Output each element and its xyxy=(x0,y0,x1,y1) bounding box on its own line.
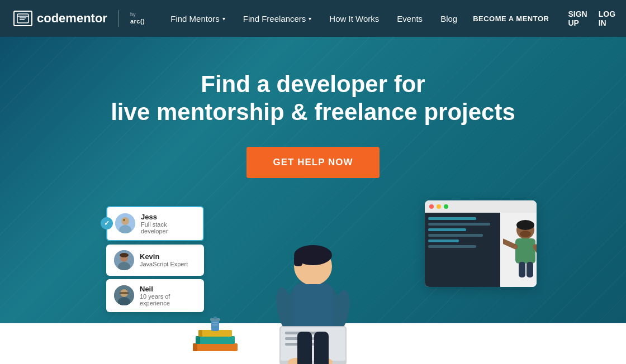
nav-find-freelancers-label: Find Freelancers xyxy=(243,14,306,23)
svg-point-36 xyxy=(516,220,534,230)
nav-find-freelancers[interactable]: Find Freelancers ▾ xyxy=(235,9,320,28)
svg-rect-0 xyxy=(17,14,29,23)
svg-point-5 xyxy=(121,217,129,225)
editor-topbar xyxy=(425,200,537,213)
nav-blog[interactable]: Blog xyxy=(433,9,465,28)
svg-rect-19 xyxy=(294,255,302,266)
become-mentor-button[interactable]: BECOME A MENTOR xyxy=(465,10,557,27)
signup-button[interactable]: SIGN UP xyxy=(568,9,587,27)
logo-svg xyxy=(17,13,29,23)
logo-text: codementor xyxy=(37,11,107,26)
code-line-6 xyxy=(428,245,476,248)
logo-icon xyxy=(13,11,32,26)
jess-role: Full stack developer xyxy=(141,221,195,234)
nav-events[interactable]: Events xyxy=(389,9,430,28)
svg-rect-45 xyxy=(196,336,235,344)
code-line-1 xyxy=(428,217,476,220)
login-button[interactable]: LOG IN xyxy=(599,9,615,27)
jess-avatar-svg xyxy=(115,213,135,233)
nav-how-it-works-label: How It Works xyxy=(329,14,379,23)
neil-role: 10 years of experience xyxy=(140,293,196,306)
logo-divider xyxy=(118,10,119,27)
svg-point-7 xyxy=(123,219,125,221)
code-line-2 xyxy=(428,223,490,226)
editor-right-panel xyxy=(500,213,537,287)
chevron-down-icon: ▾ xyxy=(222,16,225,22)
arc-by: by xyxy=(130,12,145,18)
hero-illustration: Jess Full stack developer Kevin JavaSc xyxy=(0,200,626,364)
kevin-role: JavaScript Expert xyxy=(140,261,196,267)
svg-rect-48 xyxy=(198,330,202,337)
expand-dot xyxy=(444,204,448,209)
nav-events-label: Events xyxy=(397,14,423,23)
neil-info: Neil 10 years of experience xyxy=(140,285,196,306)
minimize-dot xyxy=(437,204,441,209)
arc-text: arc() xyxy=(130,18,145,25)
svg-line-39 xyxy=(503,241,515,247)
kevin-name: Kevin xyxy=(140,252,196,261)
neil-avatar-svg xyxy=(114,285,134,305)
svg-rect-43 xyxy=(193,343,238,351)
get-help-now-button[interactable]: GET HELP NOW xyxy=(246,147,380,178)
svg-rect-53 xyxy=(214,317,217,319)
svg-rect-51 xyxy=(212,322,218,323)
svg-rect-44 xyxy=(193,343,197,351)
svg-point-37 xyxy=(520,231,531,237)
developer-card-kevin: Kevin JavaScript Expert xyxy=(106,245,204,276)
hero-title: Find a developer for live mentorship & f… xyxy=(111,70,515,127)
code-line-3 xyxy=(428,228,466,231)
kevin-avatar-svg xyxy=(114,250,134,270)
code-editor-mockup xyxy=(425,200,537,287)
nav-how-it-works[interactable]: How It Works xyxy=(321,9,387,28)
kevin-info: Kevin JavaScript Expert xyxy=(140,252,196,267)
center-developer-figure xyxy=(263,228,363,364)
hero-section: Find a developer for live mentorship & f… xyxy=(0,37,626,364)
mentor-figure-svg xyxy=(503,216,537,277)
nav-right: BECOME A MENTOR SIGN UP LOG IN xyxy=(465,9,615,27)
svg-line-40 xyxy=(535,247,537,252)
hero-title-line1: Find a developer for xyxy=(111,70,515,98)
developer-card-jess: Jess Full stack developer xyxy=(106,206,204,241)
svg-rect-42 xyxy=(527,262,533,277)
svg-rect-46 xyxy=(196,336,200,344)
chevron-down-icon-2: ▾ xyxy=(309,16,311,22)
svg-rect-41 xyxy=(519,262,525,277)
nav-blog-label: Blog xyxy=(440,14,457,23)
code-line-4 xyxy=(428,234,483,237)
navbar: codementor by arc() Find Mentors ▾ Find … xyxy=(0,0,626,37)
books-svg xyxy=(190,315,240,360)
svg-rect-32 xyxy=(314,332,329,364)
books-illustration xyxy=(190,315,240,362)
nav-find-mentors-label: Find Mentors xyxy=(170,14,220,23)
avatar-neil xyxy=(114,285,134,305)
svg-rect-52 xyxy=(212,324,218,325)
arc-logo: by arc() xyxy=(130,12,145,25)
developer-card-neil: Neil 10 years of experience xyxy=(106,279,204,312)
nav-find-mentors[interactable]: Find Mentors ▾ xyxy=(163,9,233,28)
avatar-jess xyxy=(115,213,135,233)
jess-name: Jess xyxy=(141,213,195,221)
hero-cta: GET HELP NOW xyxy=(246,147,380,178)
hero-title-line2: live mentorship & freelance projects xyxy=(111,98,515,126)
code-panel xyxy=(425,213,500,287)
jess-info: Jess Full stack developer xyxy=(141,213,195,234)
logo[interactable]: codementor by arc() xyxy=(13,10,145,27)
neil-name: Neil xyxy=(140,285,196,293)
svg-rect-31 xyxy=(297,332,312,364)
avatar-kevin xyxy=(114,250,134,270)
editor-body xyxy=(425,213,537,287)
close-dot xyxy=(429,204,434,209)
svg-rect-15 xyxy=(120,292,129,294)
svg-point-11 xyxy=(120,253,129,257)
developer-svg xyxy=(263,228,363,364)
code-line-5 xyxy=(428,240,459,242)
nav-links: Find Mentors ▾ Find Freelancers ▾ How It… xyxy=(163,9,465,28)
developer-cards: Jess Full stack developer Kevin JavaSc xyxy=(106,206,204,315)
svg-rect-38 xyxy=(515,238,535,264)
